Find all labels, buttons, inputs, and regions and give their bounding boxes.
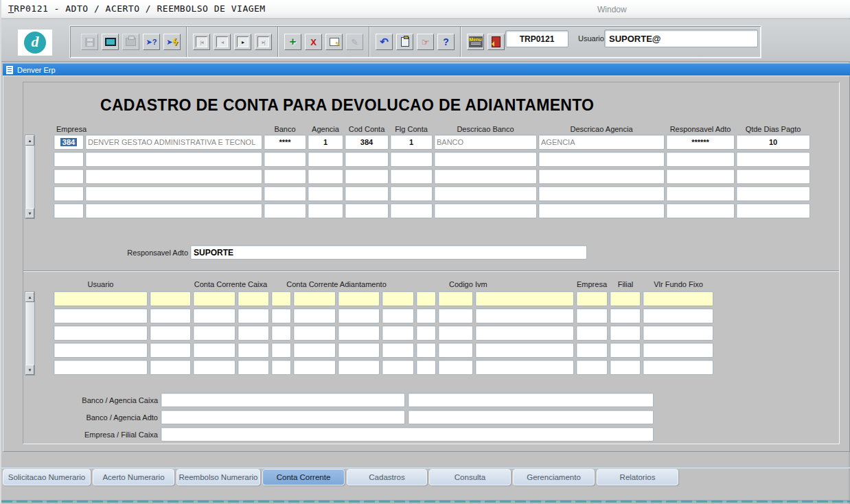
agencia-adto-field[interactable] (408, 410, 654, 424)
t1-cell[interactable] (54, 186, 84, 201)
first-record-button[interactable]: |◂ (193, 34, 210, 50)
t2-cell[interactable] (193, 360, 236, 375)
t1-cell[interactable] (538, 203, 665, 218)
t1-cell[interactable] (434, 152, 537, 167)
t1-cell[interactable] (390, 152, 433, 167)
t2-cell[interactable] (438, 308, 473, 323)
t2-cell[interactable] (475, 325, 574, 341)
t2-cell[interactable] (382, 308, 414, 323)
t2-cell[interactable] (293, 308, 336, 323)
t1-cell[interactable] (736, 186, 810, 201)
t1-cell[interactable] (264, 203, 306, 218)
t1-cell[interactable] (345, 169, 389, 184)
previous-record-button[interactable]: ◂ (214, 34, 231, 50)
t2-cell[interactable] (610, 343, 641, 358)
t2-cell[interactable] (293, 291, 336, 306)
t2-cell[interactable] (193, 291, 236, 306)
t1-cell[interactable] (390, 169, 433, 184)
t2-cell[interactable] (150, 291, 191, 306)
t1-cell[interactable] (308, 186, 343, 201)
scroll-down-icon[interactable]: ▼ (25, 208, 34, 218)
tab-acerto-numerario[interactable]: Acerto Numerario (93, 469, 174, 485)
t2-cell[interactable] (610, 325, 641, 341)
menu-button[interactable]: Menu (467, 34, 484, 50)
tab-relatorios[interactable]: Relatorios (597, 469, 678, 485)
t1-cell[interactable] (264, 169, 306, 184)
t1-banco[interactable]: **** (264, 135, 306, 150)
t2-cell[interactable] (193, 308, 236, 323)
t2-cell[interactable] (576, 308, 608, 323)
t1-cell[interactable] (54, 169, 84, 184)
t2-cell[interactable] (475, 360, 574, 375)
t2-cell[interactable] (643, 325, 713, 341)
delete-record-button[interactable]: X (305, 34, 322, 50)
t2-codigo-ivm[interactable] (475, 291, 574, 306)
responsavel-adto-field[interactable]: SUPORTE (190, 245, 587, 260)
exit-button[interactable] (487, 34, 505, 50)
screen-button[interactable] (102, 34, 119, 50)
t2-cell[interactable] (271, 308, 291, 323)
next-record-button[interactable]: ▸ (234, 34, 251, 50)
t2-cell[interactable] (438, 343, 473, 358)
t1-cell[interactable] (736, 152, 810, 167)
t1-cell[interactable] (538, 169, 665, 184)
t2-cell[interactable] (610, 360, 641, 375)
clear-record-button[interactable]: ✎ (346, 34, 363, 50)
t1-cell[interactable] (85, 169, 262, 184)
t2-cell[interactable] (382, 291, 414, 306)
scroll-up-icon[interactable]: ▲ (25, 135, 34, 146)
t1-qtde-dias-pagto[interactable]: 10 (736, 135, 810, 150)
table2-scrollbar[interactable]: ▲ ▼ (25, 291, 35, 376)
t2-cell[interactable] (643, 343, 713, 358)
t2-cell[interactable] (238, 360, 269, 375)
edit-record-button[interactable] (325, 34, 343, 50)
t2-cell[interactable] (438, 291, 473, 306)
t2-cell[interactable] (150, 325, 191, 341)
t2-cell[interactable] (338, 291, 380, 306)
t1-cell[interactable] (666, 169, 735, 184)
t1-cell[interactable] (345, 152, 389, 167)
tab-cadastros[interactable]: Cadastros (347, 469, 427, 485)
t1-cell[interactable] (264, 152, 306, 167)
clipboard-button[interactable] (396, 34, 413, 50)
t2-cell[interactable] (576, 343, 608, 358)
t1-cell[interactable] (666, 186, 735, 201)
menu-window[interactable]: Window (597, 5, 627, 14)
t2-cell[interactable] (150, 343, 191, 358)
t1-cell[interactable] (538, 186, 665, 201)
t1-cell[interactable] (390, 186, 433, 201)
execute-query-button[interactable]: ➤ϟ (163, 34, 181, 50)
t2-cell[interactable] (643, 308, 713, 323)
t2-cell[interactable] (475, 308, 574, 323)
t2-usuario[interactable] (54, 291, 148, 306)
t2-cell[interactable] (438, 325, 473, 341)
t2-cell[interactable] (610, 308, 641, 323)
t2-cell[interactable] (382, 343, 414, 358)
t1-cell[interactable] (736, 203, 810, 218)
help-button[interactable]: ? (437, 34, 455, 50)
t1-cell[interactable] (736, 169, 810, 184)
t1-cell[interactable] (538, 152, 665, 167)
t1-cell[interactable] (308, 203, 343, 218)
t1-cell[interactable] (85, 203, 262, 218)
undo-button[interactable]: ↶ (376, 34, 393, 50)
empresa-filial-caixa-field[interactable] (161, 427, 654, 442)
t1-descricao-banco[interactable]: BANCO (434, 135, 537, 150)
t1-empresa-nome[interactable]: DENVER GESTAO ADMINISTRATIVA E TECNOL (85, 135, 262, 150)
t1-cell[interactable] (345, 186, 389, 201)
t2-cell[interactable] (271, 343, 291, 358)
t1-cell[interactable] (434, 203, 537, 218)
t1-cell[interactable] (434, 186, 537, 201)
t2-cell[interactable] (382, 325, 414, 341)
t1-responsavel-adto[interactable]: ****** (666, 135, 735, 150)
tab-reembolso-numerario[interactable]: Reembolso Numerario (176, 469, 260, 485)
save-button[interactable] (81, 34, 98, 50)
t2-cell[interactable] (338, 325, 380, 341)
t2-cell[interactable] (416, 343, 436, 358)
agencia-caixa-field[interactable] (408, 393, 654, 407)
t2-cell[interactable] (576, 360, 608, 375)
t2-cell[interactable] (293, 360, 336, 375)
t1-cell[interactable] (54, 152, 84, 167)
t2-vlr-fundo-fixo[interactable] (643, 291, 713, 306)
banco-adto-field[interactable] (161, 410, 405, 424)
